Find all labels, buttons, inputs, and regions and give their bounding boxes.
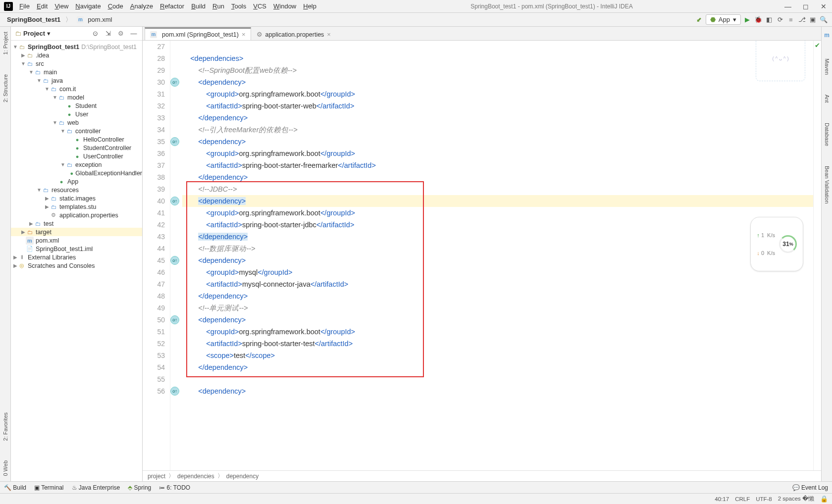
menu-analyze[interactable]: Analyze (127, 2, 156, 10)
project-tree[interactable]: ▼🗀 SpringBoot_test1 D:\SpringBoot_test1 … (11, 41, 142, 481)
tree-item--idea[interactable]: ▶🗀.idea (11, 51, 142, 59)
hide-panel-icon[interactable]: — (129, 29, 138, 38)
tree-item-static-images[interactable]: ▶🗀static.images (11, 194, 142, 202)
editor-tab-pom-xml-springboot-test1-[interactable]: mpom.xml (SpringBoot_test1)× (145, 27, 251, 40)
menu-run[interactable]: Run (209, 2, 228, 10)
tree-root[interactable]: SpringBoot_test1 (28, 44, 79, 50)
code-line-32[interactable]: <artifactId>spring-boot-starter-web</art… (182, 100, 813, 112)
tree-item-com-it[interactable]: ▼🗀com.it (11, 85, 142, 93)
tree-item-hellocontroller[interactable]: ●HelloController (11, 135, 142, 144)
todo-tool[interactable]: ≔ 6: TODO (159, 484, 190, 491)
build-icon[interactable]: ⬋ (695, 15, 704, 24)
tree-item-springboot-test1-iml[interactable]: 📄SpringBoot_test1.iml (11, 245, 142, 253)
editor-body[interactable]: 2728293031323334353637383940414243444546… (143, 41, 821, 470)
close-tab-icon[interactable]: × (327, 31, 331, 38)
line-separator[interactable]: CRLF (735, 496, 750, 502)
code-line-46[interactable]: <groupId>mysql</groupId> (182, 266, 813, 278)
code-line-38[interactable]: </dependency> (182, 171, 813, 183)
code-line-48[interactable]: </dependency> (182, 290, 813, 302)
tree-item-student[interactable]: ●Student (11, 101, 142, 110)
debug-button[interactable]: 🐞 (754, 15, 763, 24)
code-line-50[interactable]: <dependency> (182, 314, 813, 326)
maven-tool-button[interactable]: Maven (824, 58, 830, 75)
database-tool-button[interactable]: Database (824, 123, 830, 146)
menu-build[interactable]: Build (188, 2, 209, 10)
code-line-52[interactable]: <artifactId>spring-boot-starter-test</ar… (182, 338, 813, 350)
menu-file[interactable]: File (16, 2, 33, 10)
code-line-53[interactable]: <scope>test</scope> (182, 350, 813, 361)
code-line-45[interactable]: <dependency> (182, 254, 813, 266)
code-line-43[interactable]: </dependency> (182, 231, 813, 243)
code-line-28[interactable]: <dependencies> (182, 52, 813, 64)
structure-button[interactable]: ▣ (808, 15, 817, 24)
java-enterprise-tool[interactable]: ♨ Java Enterprise (72, 484, 120, 491)
code-line-29[interactable]: <!--SpringBoot配置web依赖--> (182, 64, 813, 76)
breadcrumb-project[interactable]: SpringBoot_test1 (7, 16, 60, 23)
code-line-37[interactable]: <artifactId>spring-boot-starter-freemark… (182, 159, 813, 171)
code-line-27[interactable] (182, 41, 813, 52)
code-line-36[interactable]: <groupId>org.springframework.boot</group… (182, 148, 813, 159)
tree-item-application-properties[interactable]: ⚙application.properties (11, 211, 142, 219)
chevron-down-icon[interactable]: ▾ (47, 30, 51, 37)
tree-item-resources[interactable]: ▼🗀resources (11, 186, 142, 194)
menu-edit[interactable]: Edit (33, 2, 51, 10)
build-tool[interactable]: 🔨 Build (4, 484, 26, 491)
tree-item-usercontroller[interactable]: ●UserController (11, 152, 142, 160)
external-libraries[interactable]: External Libraries (28, 254, 76, 261)
code-line-54[interactable]: </dependency> (182, 361, 813, 373)
menu-view[interactable]: View (51, 2, 72, 10)
editor-tab-application-properties[interactable]: ⚙application.properties× (251, 28, 336, 40)
git-button[interactable]: ⎇ (797, 15, 806, 24)
code-line-34[interactable]: <!--引入freeMarker的依赖包--> (182, 124, 813, 136)
tree-item-globalexceptionhandler[interactable]: ●GlobalExceptionHandler (11, 169, 142, 177)
profiler-button[interactable]: ⟳ (776, 15, 784, 24)
menu-refactor[interactable]: Refactor (156, 2, 188, 10)
code-line-56[interactable]: <dependency> (182, 385, 813, 397)
code-line-30[interactable]: <dependency> (182, 76, 813, 88)
ant-tool-button[interactable]: Ant (824, 95, 830, 103)
code-line-39[interactable]: <!--JDBC--> (182, 183, 813, 195)
code-line-55[interactable] (182, 373, 813, 385)
bean-validation-tool-button[interactable]: Bean Validation (824, 166, 830, 203)
code-line-40[interactable]: <dependency> (182, 195, 813, 207)
code-line-42[interactable]: <artifactId>spring-boot-starter-jdbc</ar… (182, 219, 813, 231)
event-log-button[interactable]: 💬 Event Log (792, 484, 828, 491)
tree-item-target[interactable]: ▶🗀target (11, 228, 142, 236)
tree-item-controller[interactable]: ▼🗀controller (11, 127, 142, 135)
locate-icon[interactable]: ⊙ (91, 29, 100, 38)
file-encoding[interactable]: UTF-8 (756, 496, 772, 502)
indent-setting[interactable]: 2 spaces �懶 (778, 495, 814, 503)
menu-tools[interactable]: Tools (228, 2, 250, 10)
maven-icon[interactable]: m (824, 32, 830, 39)
code-line-35[interactable]: <dependency> (182, 136, 813, 148)
tree-item-user[interactable]: ●User (11, 110, 142, 118)
code-line-44[interactable]: <!--数据库驱动--> (182, 243, 813, 254)
code-line-47[interactable]: <artifactId>mysql-connector-java</artifa… (182, 278, 813, 290)
code-line-51[interactable]: <groupId>org.springframework.boot</group… (182, 326, 813, 338)
tree-item-exception[interactable]: ▼🗀exception (11, 160, 142, 169)
expand-all-icon[interactable]: ⇲ (104, 29, 112, 38)
minimize-button[interactable]: — (783, 2, 792, 11)
tree-item-app[interactable]: ●App (11, 177, 142, 186)
close-tab-icon[interactable]: × (242, 31, 246, 38)
menu-window[interactable]: Window (270, 2, 300, 10)
code-line-31[interactable]: <groupId>org.springframework.boot</group… (182, 88, 813, 100)
coverage-button[interactable]: ◧ (765, 15, 774, 24)
scratches-consoles[interactable]: Scratches and Consoles (28, 262, 95, 269)
web-tool-button[interactable]: 0 Web (2, 460, 8, 476)
tree-item-studentcontroller[interactable]: ●StudentController (11, 144, 142, 152)
tree-item-java[interactable]: ▼🗀java (11, 76, 142, 85)
project-tool-button[interactable]: 1: Project (2, 32, 8, 54)
favorites-tool-button[interactable]: 2: Favorites (2, 412, 8, 441)
menu-help[interactable]: Help (300, 2, 320, 10)
spring-tool[interactable]: ⬘ Spring (128, 484, 151, 491)
gear-icon[interactable]: ⚙ (116, 29, 125, 38)
run-button[interactable]: ▶ (743, 15, 752, 24)
close-window-button[interactable]: ✕ (819, 2, 828, 11)
code-line-49[interactable]: <!--单元测试--> (182, 302, 813, 314)
caret-position[interactable]: 40:17 (715, 496, 729, 502)
structure-tool-button[interactable]: 2: Structure (2, 74, 8, 102)
tree-item-templates-stu[interactable]: ▶🗀templates.stu (11, 202, 142, 211)
maximize-button[interactable]: ◻ (801, 2, 810, 11)
code-line-41[interactable]: <groupId>org.springframework.boot</group… (182, 207, 813, 219)
